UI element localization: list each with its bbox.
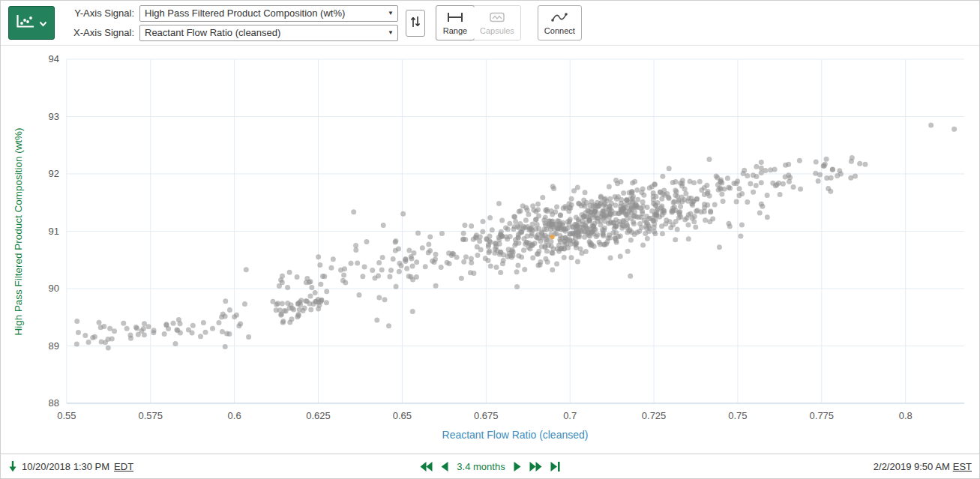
select-caret-icon: ▼	[388, 29, 394, 36]
step-back-full-icon[interactable]	[420, 462, 433, 472]
capsules-button[interactable]: Capsules	[474, 6, 520, 40]
svg-text:89: 89	[48, 340, 58, 352]
x-axis-title: Reactant Flow Ratio (cleansed)	[442, 429, 589, 441]
svg-text:91: 91	[48, 226, 58, 237]
step-back-half-icon[interactable]	[441, 462, 448, 472]
gridlines	[67, 59, 964, 403]
range-end-time: 2/2/2019 9:50 AM	[874, 461, 950, 472]
svg-text:0.7: 0.7	[563, 410, 577, 421]
x-axis-signal-label: X-Axis Signal:	[65, 27, 134, 38]
svg-text:0.55: 0.55	[57, 410, 76, 421]
range-start-time: 10/20/2018 1:30 PM	[22, 461, 109, 472]
x-axis-signal-value: Reactant Flow Ratio (cleansed)	[145, 27, 280, 38]
y-axis-title: High Pass Filtered Product Composition (…	[13, 127, 24, 335]
step-forward-half-icon[interactable]	[514, 462, 521, 472]
svg-text:0.75: 0.75	[728, 410, 747, 421]
svg-text:94: 94	[48, 53, 58, 64]
chevron-down-icon	[39, 16, 47, 30]
svg-text:0.65: 0.65	[393, 410, 412, 421]
svg-text:93: 93	[48, 111, 58, 122]
svg-text:0.675: 0.675	[474, 410, 498, 421]
range-icon	[447, 12, 463, 24]
range-start-timezone[interactable]: EDT	[114, 461, 133, 472]
connect-icon	[551, 12, 568, 24]
svg-text:88: 88	[48, 397, 58, 409]
swap-axes-icon	[410, 15, 421, 31]
range-button[interactable]: Range	[436, 5, 475, 40]
time-range-stepper: 3.4 months	[420, 461, 559, 472]
axis-signal-selectors: Y-Axis Signal: High Pass Filtered Produc…	[65, 5, 398, 41]
scatter-plot-view: Y-Axis Signal: High Pass Filtered Produc…	[0, 0, 980, 479]
range-duration[interactable]: 3.4 months	[457, 461, 505, 472]
step-forward-full-icon[interactable]	[529, 462, 542, 472]
toolbar: Y-Axis Signal: High Pass Filtered Produc…	[1, 1, 979, 46]
svg-text:0.575: 0.575	[139, 410, 163, 421]
investigate-range-down-arrow-icon	[8, 461, 17, 472]
svg-text:0.8: 0.8	[899, 410, 913, 421]
connect-button[interactable]: Connect	[538, 5, 582, 40]
scatter-plot-icon	[16, 14, 35, 32]
svg-text:0.725: 0.725	[642, 410, 666, 421]
view-type-dropdown-button[interactable]	[8, 6, 55, 40]
svg-text:0.775: 0.775	[810, 410, 834, 421]
capsules-icon	[490, 12, 505, 24]
scatter-points	[74, 123, 957, 351]
y-axis-signal-select[interactable]: High Pass Filtered Product Composition (…	[139, 5, 398, 22]
swap-axes-button[interactable]	[406, 10, 425, 37]
scatter-chart[interactable]: 0.550.5750.60.6250.650.6750.70.7250.750.…	[1, 46, 979, 454]
select-caret-icon: ▼	[388, 10, 394, 16]
connect-button-label: Connect	[544, 26, 575, 35]
time-range-footer: 10/20/2018 1:30 PM EDT 3.4 months	[1, 454, 979, 479]
svg-text:0.6: 0.6	[228, 410, 241, 421]
step-to-end-icon[interactable]	[550, 462, 560, 472]
range-button-label: Range	[443, 26, 467, 35]
svg-text:90: 90	[48, 283, 58, 294]
svg-text:92: 92	[48, 168, 58, 179]
range-end-timezone[interactable]: EST	[953, 461, 972, 472]
scatter-plot-panel[interactable]: 0.550.5750.60.6250.650.6750.70.7250.750.…	[1, 46, 979, 454]
y-axis-signal-value: High Pass Filtered Product Composition (…	[145, 7, 345, 19]
y-axis-signal-label: Y-Axis Signal:	[65, 7, 134, 19]
capsules-button-label: Capsules	[480, 26, 514, 35]
svg-text:0.625: 0.625	[306, 410, 330, 421]
x-axis-signal-select[interactable]: Reactant Flow Ratio (cleansed) ▼	[139, 25, 398, 41]
range-capsules-button-group: Range Capsules	[436, 5, 521, 40]
